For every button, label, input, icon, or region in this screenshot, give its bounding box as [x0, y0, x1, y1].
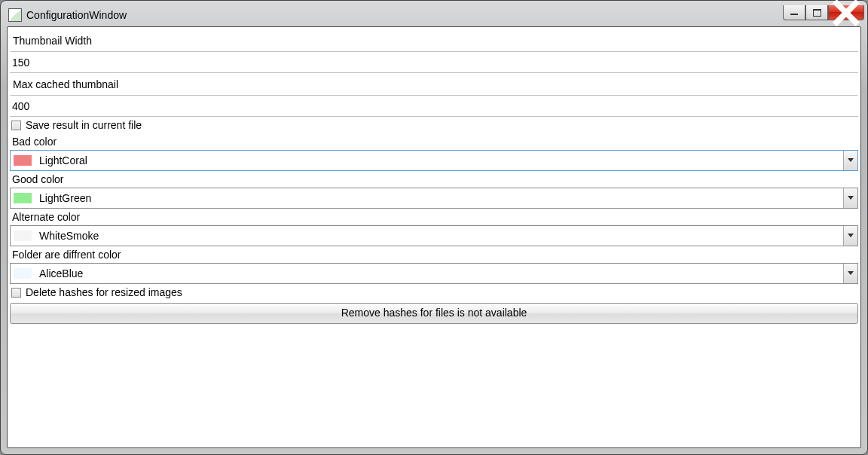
- bad-color-label: Bad color: [10, 133, 858, 150]
- bad-color-swatch: [14, 155, 32, 166]
- chevron-down-icon: [848, 234, 854, 238]
- remove-hashes-button[interactable]: Remove hashes for files is not available: [10, 303, 858, 324]
- alternate-color-swatch: [14, 231, 32, 241]
- alternate-color-drop[interactable]: [843, 226, 857, 246]
- close-button[interactable]: [828, 5, 864, 20]
- window-title: ConfigurationWindow: [26, 9, 127, 21]
- thumb-width-input[interactable]: [10, 52, 858, 73]
- chevron-down-icon: [848, 271, 854, 276]
- chevron-down-icon: [848, 158, 854, 163]
- folder-color-swatch: [14, 268, 32, 279]
- title-bar[interactable]: ConfigurationWindow: [8, 7, 861, 23]
- close-icon: [829, 0, 863, 30]
- good-color-value: LightGreen: [36, 188, 843, 208]
- title-left: ConfigurationWindow: [8, 8, 127, 22]
- save-result-checkbox[interactable]: [11, 121, 21, 130]
- good-color-combo[interactable]: LightGreen: [10, 188, 858, 209]
- app-icon: [8, 8, 22, 22]
- max-cached-row: [10, 96, 858, 117]
- window-buttons: [783, 5, 864, 20]
- bad-color-value: LightCoral: [36, 151, 843, 170]
- good-color-drop[interactable]: [843, 188, 857, 208]
- alternate-color-combo[interactable]: WhiteSmoke: [10, 225, 858, 246]
- folder-color-drop[interactable]: [843, 264, 857, 283]
- folder-color-combo[interactable]: AliceBlue: [10, 263, 858, 284]
- delete-hashes-label: Delete hashes for resized images: [26, 286, 182, 298]
- good-color-swatch: [14, 193, 32, 203]
- window-frame: ConfigurationWindow Thumbnail Width Max …: [0, 0, 868, 455]
- maximize-button[interactable]: [805, 5, 828, 20]
- folder-color-value: AliceBlue: [36, 264, 843, 283]
- bad-color-combo[interactable]: LightCoral: [10, 150, 858, 171]
- delete-hashes-row[interactable]: Delete hashes for resized images: [10, 284, 858, 301]
- delete-hashes-checkbox[interactable]: [11, 288, 21, 298]
- save-result-row[interactable]: Save result in current file: [10, 117, 858, 133]
- thumb-width-row: [10, 52, 858, 73]
- save-result-label: Save result in current file: [26, 119, 142, 131]
- max-cached-input[interactable]: [10, 96, 858, 117]
- client-area: Thumbnail Width Max cached thumbnail Sav…: [7, 26, 861, 448]
- alternate-color-value: WhiteSmoke: [36, 226, 843, 246]
- thumb-width-label: Thumbnail Width: [10, 29, 858, 52]
- folder-color-label: Folder are diffrent color: [10, 246, 858, 263]
- max-cached-label: Max cached thumbnail: [10, 73, 858, 96]
- good-color-label: Good color: [10, 171, 858, 188]
- alternate-color-label: Alternate color: [10, 209, 858, 225]
- bad-color-drop[interactable]: [843, 151, 857, 170]
- chevron-down-icon: [848, 196, 854, 200]
- minimize-button[interactable]: [783, 5, 805, 20]
